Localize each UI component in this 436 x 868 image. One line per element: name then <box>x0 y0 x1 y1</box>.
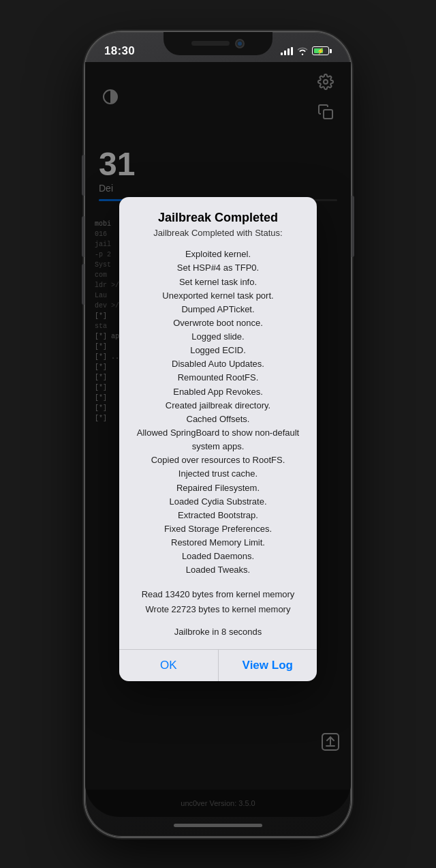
step-23: Loaded Tweaks. <box>131 563 305 577</box>
step-1: Exploited kernel. <box>131 248 305 261</box>
app-background: 31 Dei mobi 016 jail -p 2 Syst com ldr <box>85 62 351 817</box>
modal-stats: Read 13420 bytes from kernel memory Wrot… <box>131 587 305 617</box>
modal-content: Jailbreak Completed Jailbreak Completed … <box>119 197 317 649</box>
step-15: Copied over resources to RootFS. <box>131 453 305 467</box>
modal-time: Jailbroke in 8 seconds <box>131 627 305 637</box>
step-8: Logged ECID. <box>131 344 305 357</box>
jailbreak-completed-dialog: Jailbreak Completed Jailbreak Completed … <box>119 197 317 681</box>
wifi-icon <box>297 47 308 55</box>
step-20: Fixed Storage Preferences. <box>131 522 305 536</box>
step-5: Dumped APTicket. <box>131 303 305 316</box>
status-time: 18:30 <box>104 44 135 58</box>
step-2: Set HSP#4 as TFP0. <box>131 261 305 275</box>
step-7: Logged slide. <box>131 330 305 344</box>
front-camera <box>235 39 245 48</box>
step-13: Cached Offsets. <box>131 413 305 426</box>
step-3: Set kernel task info. <box>131 275 305 289</box>
step-22: Loaded Daemons. <box>131 550 305 563</box>
step-14: Allowed SpringBoard to show non-default … <box>131 426 305 453</box>
step-6: Overwrote boot nonce. <box>131 316 305 330</box>
modal-overlay: Jailbreak Completed Jailbreak Completed … <box>85 62 351 817</box>
phone-frame: 18:30 ⚡ <box>85 32 351 837</box>
modal-title: Jailbreak Completed <box>131 211 305 225</box>
step-12: Created jailbreak directory. <box>131 399 305 413</box>
home-indicator[interactable] <box>174 824 262 827</box>
step-9: Disabled Auto Updates. <box>131 357 305 371</box>
step-21: Restored Memory Limit. <box>131 536 305 550</box>
speaker <box>191 41 230 46</box>
status-icons: ⚡ <box>281 46 332 55</box>
step-18: Loaded Cydia Substrate. <box>131 495 305 509</box>
read-bytes: Read 13420 bytes from kernel memory <box>142 589 295 599</box>
step-16: Injected trust cache. <box>131 467 305 481</box>
battery-icon: ⚡ <box>312 46 332 55</box>
step-4: Unexported kernel task port. <box>131 289 305 303</box>
screen: 31 Dei mobi 016 jail -p 2 Syst com ldr <box>85 62 351 817</box>
step-17: Repaired Filesystem. <box>131 481 305 495</box>
ok-button[interactable]: OK <box>119 650 218 681</box>
modal-actions: OK View Log <box>119 650 317 681</box>
modal-subtitle: Jailbreak Completed with Status: <box>131 228 305 238</box>
modal-body: Exploited kernel. Set HSP#4 as TFP0. Set… <box>131 248 305 577</box>
notch <box>164 32 272 55</box>
view-log-button[interactable]: View Log <box>219 650 317 681</box>
write-bytes: Wrote 22723 bytes to kernel memory <box>146 604 291 614</box>
step-11: Enabled App Revokes. <box>131 385 305 399</box>
step-10: Remounted RootFS. <box>131 371 305 385</box>
step-19: Extracted Bootstrap. <box>131 509 305 522</box>
signal-icon <box>281 47 293 55</box>
